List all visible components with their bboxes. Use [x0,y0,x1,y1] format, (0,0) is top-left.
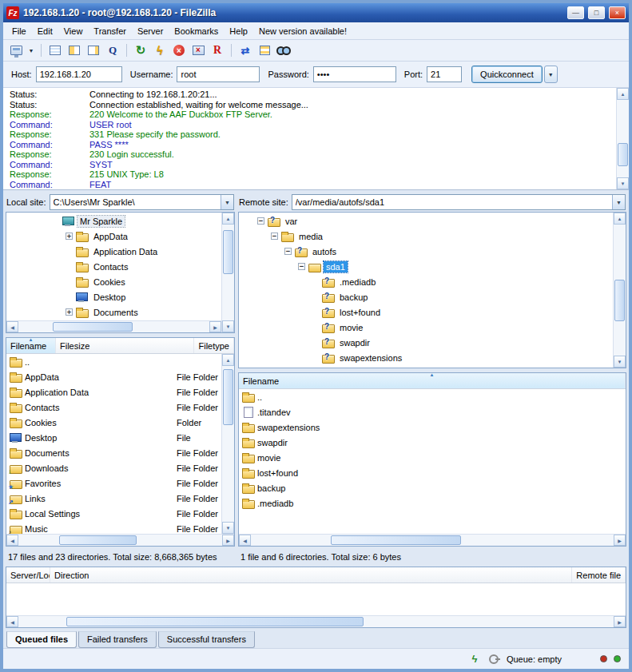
file-row[interactable]: Links File Folder [6,491,221,506]
tree-item[interactable]: Cookies [6,274,221,289]
tree-item[interactable]: media [239,229,613,244]
tree-item[interactable]: swapdir [239,335,613,350]
local-path-combo[interactable]: C:\Users\Mr Sparkle\ ▼ [50,194,234,210]
quickconnect-button[interactable]: Quickconnect [471,66,543,83]
log-scrollbar[interactable]: ▲ ▼ [616,88,629,189]
menu-item[interactable]: File [6,24,32,38]
file-row[interactable]: Local Settings File Folder [6,506,221,521]
queue-hscrollbar[interactable]: ◀ ▶ [6,615,626,627]
scroll-up-icon[interactable]: ▲ [617,88,629,100]
file-row[interactable]: Downloads File Folder [6,460,221,475]
scroll-down-icon[interactable]: ▼ [617,177,629,189]
dropdown-icon[interactable]: ▼ [612,195,625,209]
toolbar-icon[interactable]: Q [104,42,121,59]
tree-item[interactable]: swapextensions [239,350,613,365]
host-input[interactable] [36,66,122,82]
column-header[interactable]: ▲ Filename [6,338,56,353]
tree-item[interactable]: Mr Sparkle [6,213,221,229]
queue-tab[interactable]: Successful transfers [158,631,255,648]
toolbar-icon[interactable] [275,42,292,59]
scroll-right-icon[interactable]: ▶ [614,616,626,627]
file-row[interactable]: Cookies Folder [6,415,221,430]
queue-column-header[interactable]: Server/Local file [6,567,50,583]
toolbar-icon[interactable]: ϟ [151,42,169,59]
scroll-left-icon[interactable]: ◀ [6,616,18,627]
toolbar-icon[interactable] [123,42,130,59]
close-button[interactable]: × [609,6,626,19]
remote-path-combo[interactable]: /var/media/autofs/sda1 ▼ [292,194,626,210]
scroll-up-icon[interactable]: ▲ [222,354,234,366]
tree-item[interactable]: .mediadb [239,274,613,289]
expander-icon[interactable] [66,308,73,316]
maximize-button[interactable]: □ [588,6,605,19]
toolbar-icon[interactable] [66,42,83,59]
file-row[interactable]: .. [239,389,626,404]
queue-column-header[interactable]: Remote file [572,567,626,583]
file-row[interactable]: .. [6,354,221,369]
menu-item[interactable]: New version available! [253,24,352,38]
file-row[interactable]: swapextensions [239,420,626,435]
toolbar-icon[interactable] [228,42,235,59]
tree-item[interactable]: var [239,213,613,229]
remote-tree-vscrollbar[interactable]: ▲ ▼ [613,213,626,368]
scroll-right-icon[interactable]: ▶ [222,535,234,546]
scroll-down-icon[interactable]: ▼ [222,320,234,332]
expander-icon[interactable] [298,263,305,270]
password-input[interactable] [313,66,396,82]
tree-item[interactable]: Documents [6,304,221,320]
tree-item[interactable]: Contacts [6,259,221,274]
toolbar-icon[interactable]: R [209,42,226,59]
file-row[interactable]: Contacts File Folder [6,400,221,415]
scroll-left-icon[interactable]: ◀ [6,535,18,546]
menu-item[interactable]: Help [224,24,253,38]
tree-item[interactable]: AppData [6,229,221,244]
file-row[interactable]: Application Data File Folder [6,384,221,400]
file-row[interactable]: .mediadb [239,495,626,511]
quickconnect-dropdown-icon[interactable]: ▼ [544,66,558,83]
toolbar-icon[interactable] [38,42,45,59]
queue-tab[interactable]: Queued files [6,631,77,648]
toolbar-icon[interactable]: ▼ [26,42,36,59]
username-input[interactable] [177,66,260,82]
tree-item[interactable]: autofs [239,244,613,259]
toolbar-icon[interactable] [256,42,273,59]
tree-item[interactable]: sda1 [239,259,613,274]
local-list-hscrollbar[interactable]: ◀ ▶ [6,534,234,546]
menu-item[interactable]: View [58,24,89,38]
tree-item[interactable]: Application Data [6,244,221,259]
file-row[interactable]: Documents File Folder [6,445,221,460]
remote-list-hscrollbar[interactable]: ◀ ▶ [239,534,626,546]
tree-item[interactable]: lost+found [239,304,613,320]
file-row[interactable]: Favorites File Folder [6,475,221,491]
menu-item[interactable]: Edit [32,24,58,38]
file-row[interactable]: movie [239,450,626,465]
scroll-up-icon[interactable]: ▲ [222,213,234,225]
tree-item[interactable]: dvd [239,365,613,368]
tree-item[interactable]: backup [239,289,613,304]
port-input[interactable] [427,66,462,82]
scroll-down-icon[interactable]: ▼ [222,522,234,534]
file-row[interactable]: lost+found [239,465,626,480]
expander-icon[interactable] [271,233,278,240]
file-row[interactable]: Music File Folder [6,521,221,534]
queue-tab[interactable]: Failed transfers [78,631,157,648]
toolbar-icon[interactable] [85,42,102,59]
toolbar-icon[interactable]: ⇄ [237,42,254,59]
tree-item[interactable]: Desktop [6,289,221,304]
file-row[interactable]: backup [239,480,626,495]
title-bar[interactable]: Fz 192.168.1.20 - root@192.168.1.20 - Fi… [3,3,629,22]
scroll-up-icon[interactable]: ▲ [614,213,626,225]
local-tree-hscrollbar[interactable]: ◀ ▶ [6,320,221,332]
menu-item[interactable]: Transfer [88,24,132,38]
toolbar-icon[interactable] [46,42,64,59]
column-header[interactable]: ▲ Filesize [56,338,194,353]
scroll-right-icon[interactable]: ▶ [614,535,626,546]
file-row[interactable]: AppData File Folder [6,369,221,384]
toolbar-icon[interactable]: ↻ [132,42,149,59]
toolbar-icon[interactable] [7,42,25,59]
expander-icon[interactable] [66,233,73,240]
file-row[interactable]: Desktop File [6,430,221,445]
speed-limit-icon[interactable] [468,653,481,666]
minimize-button[interactable]: — [567,6,584,19]
toolbar-icon[interactable]: × [170,42,188,59]
